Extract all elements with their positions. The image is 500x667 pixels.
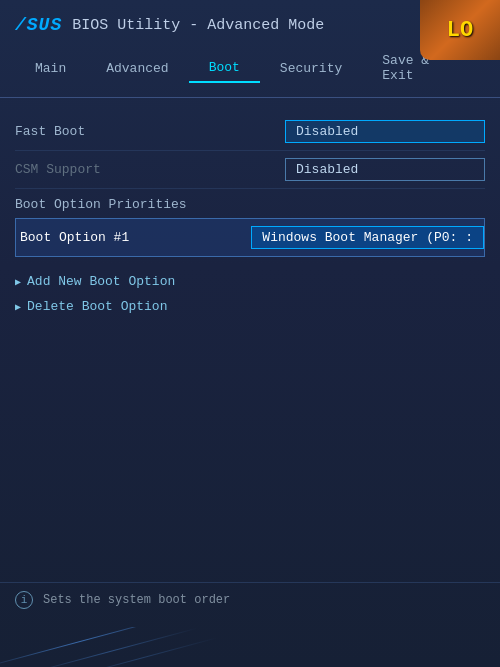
- tab-security[interactable]: Security: [260, 55, 362, 82]
- deco-line-1: [0, 627, 186, 667]
- info-bar: i Sets the system boot order: [0, 582, 500, 617]
- bios-mode-title: BIOS Utility - Advanced Mode: [72, 17, 324, 34]
- info-text: Sets the system boot order: [43, 593, 230, 607]
- fast-boot-label: Fast Boot: [15, 124, 285, 139]
- fast-boot-row: Fast Boot Disabled: [15, 113, 485, 151]
- boot-option-1-row[interactable]: Boot Option #1 Windows Boot Manager (P0:…: [15, 218, 485, 257]
- delete-boot-option-link[interactable]: Delete Boot Option: [15, 294, 485, 319]
- tab-boot[interactable]: Boot: [189, 54, 260, 83]
- asus-logo: /SUS: [15, 15, 62, 35]
- bios-screen: LO /SUS BIOS Utility - Advanced Mode Mai…: [0, 0, 500, 667]
- boot-priorities-header: Boot Option Priorities: [15, 189, 485, 216]
- boot-option-1-value[interactable]: Windows Boot Manager (P0: :: [251, 226, 484, 249]
- info-icon: i: [15, 591, 33, 609]
- brand-title: /SUS BIOS Utility - Advanced Mode: [15, 15, 485, 35]
- content-area: Fast Boot Disabled CSM Support Disabled …: [0, 98, 500, 334]
- tab-advanced[interactable]: Advanced: [86, 55, 188, 82]
- decorative-lines: [0, 627, 500, 667]
- csm-support-value[interactable]: Disabled: [285, 158, 485, 181]
- csm-support-label: CSM Support: [15, 162, 285, 177]
- corner-badge: LO: [420, 0, 500, 60]
- fast-boot-value[interactable]: Disabled: [285, 120, 485, 143]
- nav-tabs: Main Advanced Boot Security Save & Exit: [15, 47, 485, 89]
- csm-support-row: CSM Support Disabled: [15, 151, 485, 189]
- tab-main[interactable]: Main: [15, 55, 86, 82]
- add-new-boot-option-link[interactable]: Add New Boot Option: [15, 269, 485, 294]
- action-links: Add New Boot Option Delete Boot Option: [15, 269, 485, 319]
- boot-option-1-label: Boot Option #1: [16, 230, 251, 245]
